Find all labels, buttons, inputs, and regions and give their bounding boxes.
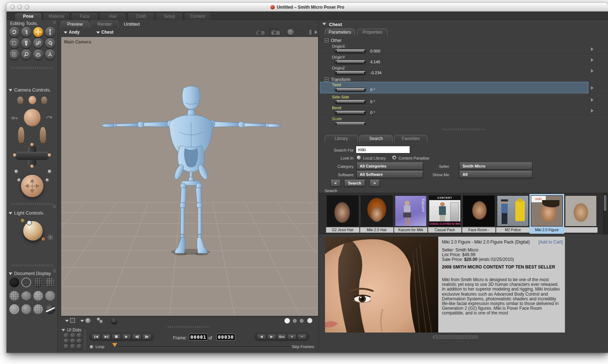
param-dial-originy[interactable] (335, 60, 366, 64)
rotate-tool[interactable] (9, 27, 19, 37)
tab-search[interactable]: Search (359, 135, 393, 142)
camera-flyaround-icon[interactable] (256, 29, 266, 35)
play-button[interactable] (122, 334, 131, 339)
category-dropdown[interactable]: All Categories (356, 162, 423, 170)
camera-select-dot-2[interactable] (48, 170, 51, 173)
display-style-silhouette[interactable] (9, 278, 19, 287)
twist-tool[interactable] (21, 27, 31, 37)
view-magnifier-tool[interactable] (21, 50, 31, 59)
param-menu-arrow-icon[interactable] (591, 69, 595, 73)
next-page-button[interactable]: > (370, 180, 380, 187)
result-item-partial[interactable] (564, 195, 598, 233)
page-dot-2[interactable] (293, 319, 297, 323)
result-item[interactable]: M2 Police (496, 195, 529, 233)
parameters-header[interactable]: Chest (329, 22, 342, 27)
translate-pull-tool[interactable] (33, 27, 43, 37)
ui-dot-4[interactable] (64, 339, 69, 344)
param-value-sideside[interactable]: 0 ° (370, 100, 375, 104)
viewport-pan-icon[interactable] (297, 29, 305, 37)
param-dial-sideside[interactable] (335, 100, 366, 103)
multi-ball-icon-2[interactable] (100, 320, 103, 323)
add-keyframe-button[interactable]: + (287, 334, 296, 339)
page-dot-1[interactable] (284, 318, 290, 323)
camera-select-icon[interactable] (271, 29, 281, 35)
collapse-triangle-icon[interactable] (9, 272, 12, 275)
ui-dot-2[interactable] (70, 333, 75, 338)
tab-setup[interactable]: Setup (156, 13, 183, 20)
camera-lefthand-icon[interactable] (17, 97, 23, 104)
timeline-track[interactable] (116, 346, 290, 347)
viewport-trackball-icon[interactable] (287, 29, 294, 35)
software-dropdown[interactable]: All Software (356, 171, 423, 178)
tab-preview[interactable]: Preview (61, 21, 89, 28)
tab-cloth[interactable]: Cloth (127, 13, 155, 20)
search-input[interactable] (356, 146, 410, 153)
total-frames-field[interactable]: 00030 (216, 334, 235, 340)
display-style-texture-shaded[interactable] (45, 304, 55, 314)
translate-inout-tool[interactable] (45, 27, 55, 37)
param-dial-originz[interactable] (335, 71, 366, 75)
camera-righthand-icon[interactable] (41, 97, 47, 104)
depth-cue-swatch-icon[interactable] (70, 318, 75, 323)
ui-dot-6[interactable] (77, 339, 82, 344)
camera-select-dot-3[interactable] (17, 178, 21, 182)
display-style-smooth-shaded[interactable] (21, 304, 31, 314)
ui-dot-5[interactable] (70, 339, 75, 344)
palette-resize-grip-3[interactable] (10, 264, 54, 266)
camera-name-label[interactable]: Main Camera (64, 39, 91, 45)
show-me-dropdown[interactable]: All (459, 171, 532, 178)
results-scrollbar-thumb[interactable] (604, 195, 607, 211)
previous-keyframe-button[interactable] (257, 334, 266, 339)
focus-slider-icon[interactable] (309, 29, 312, 35)
page-dot-3[interactable] (300, 319, 304, 323)
result-item-selected[interactable]: miki Miki 2.0 Figure (530, 195, 563, 233)
display-style-hidden-line[interactable] (45, 278, 55, 287)
content-paradise-radio[interactable] (392, 155, 397, 160)
scale-tool[interactable] (9, 38, 19, 48)
param-dial-scale[interactable] (335, 122, 366, 125)
tracking-menu-icon[interactable] (80, 320, 84, 322)
camera-select-dot-4[interactable] (46, 178, 49, 182)
ui-dot-7[interactable] (64, 344, 69, 349)
depth-cue-menu-icon[interactable] (65, 320, 69, 322)
param-menu-arrow-icon[interactable] (591, 47, 595, 51)
edit-keyframes-button[interactable] (277, 334, 286, 339)
tab-favorites[interactable]: Favorites (394, 135, 427, 142)
results-scrollbar[interactable] (603, 193, 607, 234)
next-keyframe-button[interactable] (267, 334, 276, 339)
tab-parameters[interactable]: Parameters (325, 29, 355, 36)
display-style-flat-shaded[interactable] (21, 291, 31, 301)
skip-frames-label[interactable]: Skip Frames (292, 344, 314, 349)
param-menu-arrow-icon[interactable] (591, 109, 595, 113)
display-style-lit-wireframe[interactable] (9, 291, 19, 301)
color-tool[interactable] (45, 38, 55, 48)
param-value-originx[interactable]: 0.000 (370, 49, 380, 53)
light-indicator-2[interactable] (27, 220, 32, 225)
param-menu-arrow-icon[interactable] (591, 86, 595, 90)
collapse-triangle-icon[interactable] (9, 89, 12, 92)
display-style-flat-lined[interactable] (33, 291, 43, 301)
figure-menu[interactable]: Andy (64, 30, 80, 35)
display-style-smooth-lined[interactable] (33, 304, 43, 314)
local-library-label[interactable]: Local Library (363, 156, 386, 160)
tab-face[interactable]: Face (71, 13, 98, 20)
search-button[interactable]: Search (344, 180, 365, 187)
panel-expand-arrow-icon[interactable] (315, 30, 317, 34)
result-item[interactable]: G2 Jessi Hair (326, 195, 359, 233)
param-value-originz[interactable]: -0.234 (370, 71, 381, 75)
shadow-ball-icon[interactable] (111, 318, 117, 323)
group-collapse-other[interactable] (325, 38, 329, 42)
param-value-twist[interactable]: 0 ° (370, 88, 375, 92)
param-value-bend[interactable]: 0 ° (370, 110, 375, 115)
current-frame-field[interactable]: 00001 (189, 334, 208, 340)
page-dot-4[interactable] (307, 318, 312, 323)
collapse-triangle-icon[interactable] (322, 23, 326, 25)
palette-resize-grip-2[interactable] (10, 203, 54, 205)
tab-properties[interactable]: Properties (357, 29, 388, 36)
tab-hair[interactable]: Hair (99, 13, 127, 20)
palette-resize-grip[interactable] (10, 67, 54, 69)
camera-rotate-icon[interactable] (46, 115, 53, 120)
loop-toggle[interactable] (90, 345, 93, 349)
ui-dot-1[interactable] (64, 333, 69, 338)
multi-ball-icon-1[interactable] (97, 318, 100, 321)
